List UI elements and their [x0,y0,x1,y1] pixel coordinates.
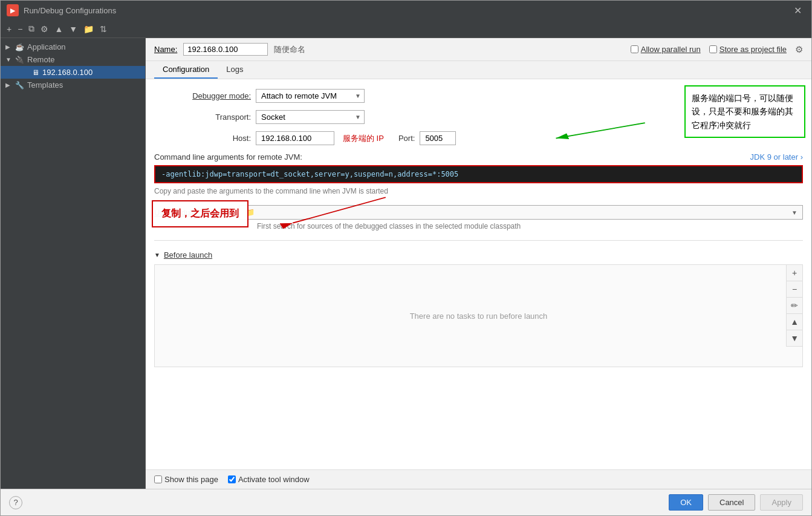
bl-add-button[interactable]: + [787,265,802,281]
name-input[interactable] [183,43,268,56]
main-window: ▶ Run/Debug Configurations ✕ + − ⧉ ⚙ ▲ ▼… [0,0,812,516]
apply-button[interactable]: Apply [760,494,803,511]
settings-button[interactable]: ⚙ [38,23,51,35]
add-button[interactable]: + [4,23,14,35]
debugger-mode-label: Debugger mode: [154,91,251,100]
before-launch-box: There are no tasks to run before launch … [154,264,803,367]
name-row-right: Allow parallel run Store as project file… [631,44,803,55]
bl-down-button[interactable]: ▼ [787,330,802,347]
move-up-button[interactable]: ▲ [52,23,65,35]
before-launch-title: Before launch [164,250,212,260]
allow-parallel-label: Allow parallel run [641,45,701,54]
annotation-red: 复制，之后会用到 [152,200,248,227]
templates-label: Templates [27,80,63,90]
bl-edit-button[interactable]: ✏ [787,298,802,314]
application-label: Application [27,42,66,51]
app-icon: ▶ [7,4,19,16]
cmdline-hint: Copy and paste the arguments to the comm… [154,187,803,195]
annotation-green: 服务端的端口号，可以随便设，只是不要和服务端的其它程序冲突就行 [684,85,805,138]
remove-button[interactable]: − [15,23,25,35]
arrow-icon: ▶ [5,44,13,50]
annotation-green-text: 服务端的端口号，可以随便设，只是不要和服务端的其它程序冲突就行 [692,93,793,130]
templates-icon: 🔧 [15,81,24,90]
name-label: Name: [154,45,177,54]
collapse-icon[interactable]: ▼ [154,252,160,258]
module-hint: First search for sources of the debugged… [154,222,803,230]
bl-up-button[interactable]: ▲ [787,314,802,330]
tab-logs[interactable]: Logs [218,61,252,79]
jdk-version-text: JDK 9 or later [750,152,798,162]
arrow-icon: ▼ [5,56,13,63]
port-input[interactable] [420,131,456,145]
right-panel: Name: 随便命名 Allow parallel run Store as p… [146,38,811,489]
help-button[interactable]: ? [9,496,22,509]
host-input[interactable] [256,131,334,145]
footer-left: ? [9,496,22,509]
allow-parallel-checkbox-label[interactable]: Allow parallel run [631,45,701,54]
remote-icon: 🔌 [15,56,24,64]
tree-item-application[interactable]: ▶ ☕ Application [1,41,145,53]
main-area: ▶ ☕ Application ▼ 🔌 Remote 🖥 192.168.0.1… [1,38,811,489]
before-launch-toolbar: + − ✏ ▲ ▼ [786,265,802,347]
copy-button[interactable]: ⧉ [26,22,37,35]
move-down-button[interactable]: ▼ [67,23,80,35]
remote-label: Remote [27,55,55,64]
tab-configuration[interactable]: Configuration [154,61,218,79]
show-page-checkbox[interactable] [154,475,162,483]
debugger-mode-select-wrapper: Attach to remote JVM ▼ [256,89,365,103]
host-hint: 服务端的 IP [343,133,384,144]
arrow-icon: ▶ [5,82,13,88]
module-dropdown-icon: ▼ [791,209,797,216]
close-button[interactable]: ✕ [790,2,805,19]
cancel-button[interactable]: Cancel [708,494,755,511]
bl-remove-button[interactable]: − [787,281,802,298]
footer: ? OK Cancel Apply [1,489,811,515]
config-content: 服务端的端口号，可以随便设，只是不要和服务端的其它程序冲突就行 [146,79,811,469]
ok-button[interactable]: OK [669,494,703,511]
transport-label: Transport: [154,113,251,122]
transport-select-wrapper: Socket ▼ [256,110,365,124]
toolbar: + − ⧉ ⚙ ▲ ▼ 📁 ⇅ [1,20,811,38]
jdk-version-link[interactable]: JDK 9 or later › [750,152,803,162]
folder-button[interactable]: 📁 [81,23,96,35]
cmdline-box: -agentlib:jdwp=transport=dt_socket,serve… [154,165,803,183]
show-page-checkbox-label[interactable]: Show this page [154,475,218,484]
tree-item-templates[interactable]: ▶ 🔧 Templates [1,79,145,91]
application-icon: ☕ [15,43,24,51]
gear-icon[interactable]: ⚙ [795,44,803,55]
remote-host-label: 192.168.0.100 [42,68,93,77]
debugger-mode-select[interactable]: Attach to remote JVM [256,89,365,103]
cmdline-title: Command line arguments for remote JVM: [154,152,302,162]
port-label: Port: [398,134,415,143]
activate-tool-checkbox[interactable] [228,475,236,483]
store-as-project-checkbox[interactable] [709,45,717,53]
module-row: Use module classpath: 📁 ▼ [154,205,803,220]
host-icon: 🖥 [32,68,39,77]
tree-item-remote[interactable]: ▼ 🔌 Remote [1,53,145,66]
tabs-row: Configuration Logs [146,61,811,79]
left-panel: ▶ ☕ Application ▼ 🔌 Remote 🖥 192.168.0.1… [1,38,146,489]
bottom-checkboxes: Show this page Activate tool window [146,469,811,489]
transport-select[interactable]: Socket [256,110,365,124]
store-as-project-label: Store as project file [719,45,787,54]
allow-parallel-checkbox[interactable] [631,45,638,53]
before-launch-empty: There are no tasks to run before launch [410,312,548,321]
module-select[interactable]: 📁 ▼ [239,205,803,220]
section-separator [154,240,803,241]
window-title: Run/Debug Configurations [24,6,790,15]
cmdline-value: -agentlib:jdwp=transport=dt_socket,serve… [161,170,458,178]
activate-tool-checkbox-label[interactable]: Activate tool window [228,475,310,484]
cmdline-section: Command line arguments for remote JVM: J… [154,152,803,195]
cmdline-header: Command line arguments for remote JVM: J… [154,152,803,162]
name-row: Name: 随便命名 Allow parallel run Store as p… [146,38,811,61]
show-page-label: Show this page [164,475,218,484]
title-bar: ▶ Run/Debug Configurations ✕ [1,1,811,20]
annotation-red-text: 复制，之后会用到 [161,208,239,218]
sort-button[interactable]: ⇅ [97,23,109,35]
activate-tool-label: Activate tool window [238,475,310,484]
before-launch-header: ▼ Before launch [154,250,803,260]
store-as-project-checkbox-label[interactable]: Store as project file [709,45,787,54]
host-label: Host: [154,134,251,143]
name-hint: 随便命名 [274,44,305,55]
tree-item-remote-host[interactable]: 🖥 192.168.0.100 [1,66,145,79]
